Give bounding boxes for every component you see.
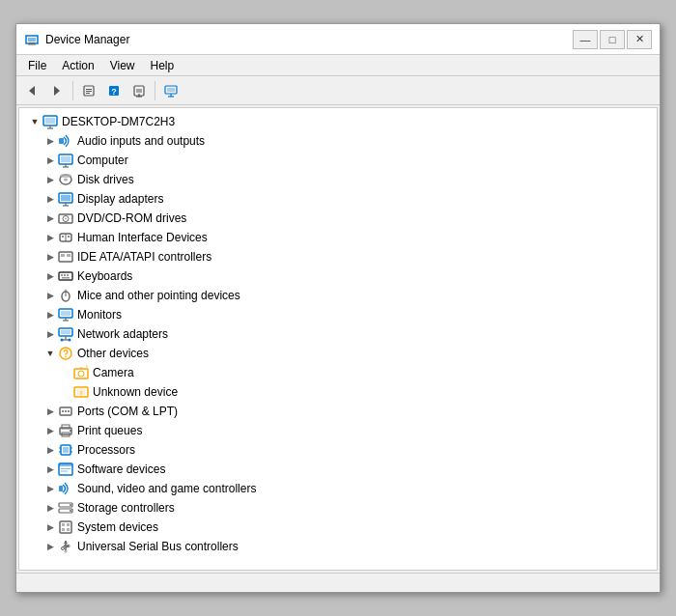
other-icon: ? [58,346,73,361]
svg-point-106 [65,550,68,553]
audio-toggle[interactable]: ▶ [42,133,58,149]
tree-item-camera[interactable]: ▶ ! Camera [19,363,657,382]
keyboards-toggle[interactable]: ▶ [42,268,58,284]
tree-item-hid[interactable]: ▶ Human Interface Devices [19,228,657,247]
computer-icon [58,153,73,168]
menu-view[interactable]: View [102,57,143,74]
tree-item-ports[interactable]: ▶ Ports (COM & LPT) [19,402,657,421]
tree-item-display[interactable]: ▶ Display adapters [19,189,657,209]
disk-toggle[interactable]: ▶ [42,172,58,187]
maximize-button[interactable]: □ [600,30,625,49]
print-icon [58,423,73,438]
other-toggle[interactable]: ▼ [42,346,58,361]
ide-toggle[interactable]: ▶ [42,249,58,265]
forward-icon [50,84,64,98]
tree-item-print[interactable]: ▶ Print queues [19,421,657,440]
svg-point-75 [68,410,70,412]
sound-toggle[interactable]: ▶ [42,481,58,496]
ports-label: Ports (COM & LPT) [77,405,178,418]
svg-rect-55 [61,311,70,316]
display-toggle[interactable]: ▶ [42,191,58,207]
tree-item-network[interactable]: ▶ Network adapters [19,324,657,344]
back-button[interactable] [20,79,43,102]
usb-label: Universal Serial Bus controllers [77,540,239,553]
tree-item-audio[interactable]: ▶ Audio inputs and outputs [19,131,657,151]
hid-toggle[interactable]: ▶ [42,230,58,245]
menu-help[interactable]: Help [143,57,183,74]
print-toggle[interactable]: ▶ [42,423,58,438]
root-label: DESKTOP-DM7C2H3 [62,115,175,128]
menu-action[interactable]: Action [54,57,101,74]
svg-rect-24 [59,138,64,144]
svg-point-63 [69,339,71,342]
processors-icon [58,442,73,458]
tree-item-mice[interactable]: ▶ Mice and other pointing devices [19,286,657,305]
usb-toggle[interactable]: ▶ [42,539,58,554]
svg-text:!: ! [86,365,88,371]
tree-item-sound[interactable]: ▶ Sound, video and game controllers [19,479,657,498]
ports-toggle[interactable]: ▶ [42,404,58,419]
svg-text:!: ! [80,389,82,398]
mice-toggle[interactable]: ▶ [42,288,58,303]
tree-item-disk[interactable]: ▶ Disk drives [19,170,657,189]
mice-icon [58,288,73,303]
svg-rect-90 [59,486,63,491]
properties-button[interactable] [77,79,100,102]
tree-item-unknown[interactable]: ▶ ! Unknown device [19,382,657,402]
storage-icon [58,500,73,516]
audio-icon [58,133,73,149]
svg-marker-5 [54,86,60,96]
processors-toggle[interactable]: ▶ [42,442,58,458]
tree-root[interactable]: ▼ DESKTOP-DM7C2H3 [19,112,657,131]
system-toggle[interactable]: ▶ [42,519,58,535]
system-label: System devices [77,520,158,534]
tree-item-software[interactable]: ▶ Software devices [19,460,657,479]
svg-point-73 [62,410,64,412]
minimize-button[interactable]: — [573,30,598,49]
tree-item-other[interactable]: ▼ ? Other devices [19,344,657,363]
menu-file[interactable]: File [20,57,54,74]
svg-rect-1 [28,38,36,42]
svg-rect-44 [61,254,65,257]
tree-item-computer[interactable]: ▶ Computer [19,151,657,170]
back-icon [25,84,39,98]
software-toggle[interactable]: ▶ [42,462,58,477]
tree-content[interactable]: ▼ DESKTOP-DM7C2H3 ▶ [18,107,658,571]
svg-rect-8 [86,91,92,92]
tree-item-ide[interactable]: ▶ IDE ATA/ATAPI controllers [19,247,657,266]
svg-rect-26 [61,156,70,162]
computer-label: Computer [77,154,128,167]
svg-rect-49 [67,274,69,276]
storage-toggle[interactable]: ▶ [42,500,58,516]
title-bar: Device Manager — □ ✕ [16,24,660,55]
computer-toggle[interactable]: ▶ [42,153,58,168]
hid-icon [58,230,73,245]
close-button[interactable]: ✕ [627,30,652,49]
show-hidden-button[interactable] [159,79,183,102]
help-button[interactable]: ? [102,79,126,102]
svg-point-31 [60,174,71,178]
tree-item-dvd[interactable]: ▶ DVD/CD-ROM drives [19,209,657,228]
tree-item-storage[interactable]: ▶ Storage controllers [19,498,657,518]
tree-item-monitors[interactable]: ▶ Monitors [19,305,657,324]
network-toggle[interactable]: ▶ [42,326,58,342]
uninstall-button[interactable] [127,79,151,102]
toolbar-separator-2 [155,81,155,100]
svg-point-67 [78,371,84,377]
dvd-toggle[interactable]: ▶ [42,210,58,226]
camera-label: Camera [93,366,134,379]
network-label: Network adapters [77,327,168,341]
tree-item-keyboards[interactable]: ▶ Keyboards [19,266,657,286]
svg-rect-95 [60,521,71,533]
tree-item-processors[interactable]: ▶ Processors [19,440,657,460]
svg-rect-59 [61,330,70,334]
properties-icon [82,84,96,98]
sound-label: Sound, video and game controllers [77,482,256,495]
tree-item-usb[interactable]: ▶ Universal Serial Bus controllers [19,537,657,556]
svg-point-94 [70,510,71,512]
usb-icon [58,539,73,554]
monitors-toggle[interactable]: ▶ [42,307,58,322]
tree-item-system[interactable]: ▶ System devices [19,518,657,537]
root-toggle[interactable]: ▼ [27,114,42,129]
forward-button[interactable] [45,79,69,102]
